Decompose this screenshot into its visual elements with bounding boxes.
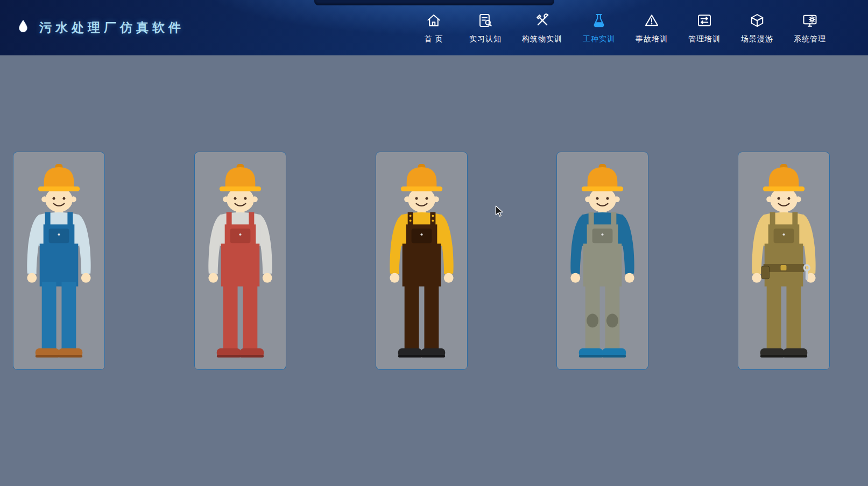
- worker-head: [219, 164, 261, 212]
- nav-item-job-training[interactable]: 工种实训: [583, 12, 615, 44]
- worker-left-hand: [27, 273, 37, 283]
- worker-illustration: [13, 154, 104, 367]
- nav-item-home[interactable]: 首 页: [419, 12, 449, 44]
- worker-right-hand: [263, 273, 272, 283]
- worker-right-hand: [443, 273, 453, 283]
- worker-red-overalls[interactable]: [194, 152, 286, 370]
- worker-left-hand: [390, 273, 399, 283]
- worker-right-leg: [424, 282, 439, 350]
- worker-right-leg: [243, 282, 257, 350]
- nav-item-accident-training[interactable]: 事故培训: [636, 12, 668, 44]
- main-navigation: 首 页 实习认知 构筑物实训: [419, 12, 826, 44]
- hard-hat-brim: [763, 187, 805, 191]
- hard-hat-brim: [219, 187, 261, 191]
- chest-pocket: [592, 228, 613, 243]
- worker-shoes: [36, 348, 82, 358]
- document-search-icon: [477, 12, 493, 29]
- worker-left-hand: [571, 273, 581, 283]
- worker-right-hand: [81, 273, 91, 283]
- hard-hat-brim: [582, 187, 624, 191]
- crossed-tools-icon: [534, 12, 551, 29]
- monitor-gear-icon: [802, 12, 818, 29]
- nav-item-scene-roaming[interactable]: 场景漫游: [741, 12, 773, 44]
- nav-item-label: 管理培训: [688, 34, 721, 44]
- control-panel-icon: [696, 12, 712, 29]
- nav-item-management-training[interactable]: 管理培训: [688, 12, 721, 44]
- nav-item-label: 实习认知: [469, 34, 502, 44]
- worker-illustration: [376, 154, 467, 367]
- worker-illustration: [195, 154, 286, 367]
- worker-shoes: [760, 348, 807, 358]
- top-navbar: 污水处理厂仿真软件 首 页 实习认知: [0, 0, 868, 55]
- chest-pocket: [230, 228, 250, 243]
- nav-item-internship[interactable]: 实习认知: [469, 12, 502, 44]
- hard-hat-brim: [400, 187, 442, 191]
- worker-left-leg: [404, 282, 419, 350]
- app-title: 污水处理厂仿真软件: [39, 19, 185, 36]
- nav-item-label: 事故培训: [636, 34, 668, 44]
- worker-left-hand: [752, 273, 761, 283]
- hard-hat: [406, 167, 436, 189]
- worker-head: [400, 164, 442, 212]
- worker-khaki-toolbelt[interactable]: [738, 152, 830, 370]
- hard-hat: [225, 167, 255, 189]
- worker-illustration: [557, 154, 648, 367]
- character-select-area: [0, 55, 868, 486]
- nav-item-label: 构筑物实训: [522, 34, 562, 44]
- hard-hat-brim: [38, 187, 80, 191]
- home-icon: [426, 12, 442, 29]
- nav-item-structure-training[interactable]: 构筑物实训: [522, 12, 562, 44]
- worker-head: [38, 164, 80, 212]
- worker-shoes: [217, 348, 264, 358]
- nav-item-label: 场景漫游: [741, 34, 773, 44]
- worker-gray-green-overalls[interactable]: [556, 152, 648, 370]
- worker-row: [0, 55, 868, 370]
- worker-left-hand: [208, 273, 218, 283]
- worker-shoes: [579, 348, 626, 358]
- knee-pads: [587, 313, 618, 327]
- nav-item-system-management[interactable]: 系统管理: [794, 12, 826, 44]
- hard-hat: [588, 167, 618, 189]
- flask-icon: [591, 12, 607, 29]
- worker-right-leg: [786, 282, 801, 350]
- worker-illustration: [738, 154, 829, 367]
- hard-hat: [44, 167, 74, 189]
- warning-triangle-icon: [644, 12, 660, 29]
- worker-shoes: [398, 348, 444, 358]
- nav-item-label: 工种实训: [583, 34, 615, 44]
- water-drop-icon: [15, 19, 31, 37]
- nav-item-label: 系统管理: [794, 34, 826, 44]
- chest-pocket: [49, 228, 69, 243]
- nav-item-label: 首 页: [425, 34, 443, 44]
- worker-left-leg: [223, 282, 237, 350]
- worker-head: [763, 164, 805, 212]
- worker-head: [582, 164, 624, 212]
- app-brand: 污水处理厂仿真软件: [15, 19, 185, 37]
- worker-right-hand: [625, 273, 634, 283]
- worker-left-leg: [767, 282, 781, 350]
- hard-hat: [769, 167, 799, 189]
- chest-pocket: [774, 228, 794, 243]
- worker-right-leg: [61, 282, 76, 350]
- chest-pocket: [411, 228, 432, 243]
- worker-left-leg: [42, 282, 57, 350]
- top-banner-cutoff: [314, 0, 554, 5]
- cube-3d-icon: [749, 12, 765, 29]
- worker-dark-brown-overalls[interactable]: [376, 152, 468, 370]
- worker-blue-overalls[interactable]: [13, 152, 105, 370]
